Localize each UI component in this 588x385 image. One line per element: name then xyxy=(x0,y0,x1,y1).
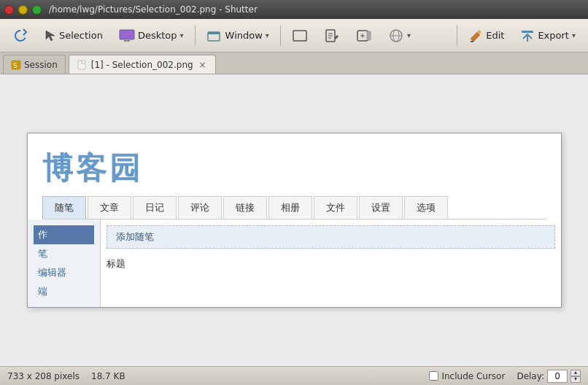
blog-nav-item[interactable]: 文件 xyxy=(314,196,357,219)
blog-sidebar-item[interactable]: 编辑器 xyxy=(34,263,94,282)
svg-marker-0 xyxy=(46,31,55,41)
edit-doc-icon xyxy=(324,29,340,42)
toolbar: Selection Desktop ▾ Window ▾ xyxy=(0,19,588,52)
delay-input[interactable] xyxy=(547,370,568,383)
window-title: /home/lwg/Pictures/Selection_002.png - S… xyxy=(49,4,258,15)
svg-rect-2 xyxy=(124,40,130,42)
svg-rect-4 xyxy=(208,32,220,34)
blog-main: 添加随笔 标题 xyxy=(101,219,561,307)
edit-button[interactable]: Edit xyxy=(462,25,511,47)
toolbar-separator-2 xyxy=(280,26,281,46)
delay-down-button[interactable]: ▾ xyxy=(570,376,581,383)
session-tab-label: Session xyxy=(24,60,58,70)
desktop-icon xyxy=(119,29,135,42)
refresh-icon xyxy=(12,28,28,44)
export-dropdown-arrow: ▾ xyxy=(572,31,576,39)
export-icon xyxy=(520,28,535,43)
globe-icon xyxy=(388,28,404,44)
delay-container: Delay: ▴ ▾ xyxy=(517,370,581,383)
svg-rect-5 xyxy=(293,31,306,41)
session-icon: S xyxy=(11,60,21,70)
blog-nav-item[interactable]: 评论 xyxy=(178,196,222,219)
close-button[interactable] xyxy=(4,5,14,15)
blog-nav-item[interactable]: 设置 xyxy=(359,196,403,219)
file-icon xyxy=(77,60,87,70)
desktop-label: Desktop xyxy=(138,30,177,41)
edit-icon xyxy=(468,28,483,43)
tabbar: S Session [1] - Selection_002.png × xyxy=(0,52,588,74)
file-tab-label: [1] - Selection_002.png xyxy=(91,60,193,70)
blog-nav-item[interactable]: 链接 xyxy=(223,196,267,219)
blog-nav-item[interactable]: 选项 xyxy=(404,196,448,219)
minimize-button[interactable] xyxy=(18,5,28,15)
statusbar: 733 x 208 pixels 18.7 KB Include Cursor … xyxy=(0,366,588,385)
titlebar: /home/lwg/Pictures/Selection_002.png - S… xyxy=(0,0,588,19)
content-area: 博客园 随笔文章日记评论链接相册文件设置选项 作笔编辑器端 添加随笔 标题 xyxy=(0,74,588,366)
blog-logo: 博客园 xyxy=(42,148,546,189)
window-dropdown-arrow: ▾ xyxy=(266,31,269,39)
icon-btn-2[interactable] xyxy=(317,26,347,46)
blog-sidebar-item[interactable]: 端 xyxy=(34,282,94,301)
edit-label: Edit xyxy=(486,30,504,41)
toolbar-separator-3 xyxy=(457,26,457,46)
icon-btn-3[interactable] xyxy=(349,26,379,46)
blog-sidebar: 作笔编辑器端 xyxy=(28,219,101,307)
delay-spinners: ▴ ▾ xyxy=(570,370,581,383)
desktop-dropdown-arrow: ▾ xyxy=(180,31,184,39)
session-tab[interactable]: S Session xyxy=(3,55,66,74)
blog-title-label: 标题 xyxy=(107,254,555,273)
screenshot-preview: 博客园 随笔文章日记评论链接相册文件设置选项 作笔编辑器端 添加随笔 标题 xyxy=(27,133,562,308)
filesize-label: 18.7 KB xyxy=(91,371,125,381)
selection-label: Selection xyxy=(59,30,103,41)
toolbar-separator-1 xyxy=(195,26,196,46)
maximize-button[interactable] xyxy=(32,5,42,15)
svg-rect-1 xyxy=(120,30,134,39)
dimensions-label: 733 x 208 pixels xyxy=(7,371,80,381)
magnify-icon xyxy=(356,29,372,42)
icon-btn-1[interactable] xyxy=(285,26,314,46)
file-tab-close[interactable]: × xyxy=(198,60,208,70)
blog-nav-item[interactable]: 日记 xyxy=(133,196,177,219)
svg-text:S: S xyxy=(13,62,18,69)
blog-nav: 随笔文章日记评论链接相册文件设置选项 xyxy=(42,196,546,219)
blog-body: 作笔编辑器端 添加随笔 标题 xyxy=(28,219,561,307)
blog-nav-item[interactable]: 文章 xyxy=(88,196,131,219)
cursor-icon xyxy=(45,29,56,42)
window-label: Window xyxy=(225,30,263,41)
svg-rect-13 xyxy=(367,31,371,40)
delay-label: Delay: xyxy=(517,371,544,381)
refresh-button[interactable] xyxy=(6,24,35,47)
blog-header: 博客园 xyxy=(28,133,561,196)
export-label: Export xyxy=(538,30,569,41)
blog-nav-item[interactable]: 相册 xyxy=(268,196,312,219)
file-tab[interactable]: [1] - Selection_002.png × xyxy=(69,55,216,74)
blog-sidebar-item[interactable]: 笔 xyxy=(34,244,94,263)
window-button[interactable]: Window ▾ xyxy=(200,26,276,46)
globe-dropdown-arrow: ▾ xyxy=(407,31,411,39)
globe-button[interactable]: ▾ xyxy=(382,24,417,47)
include-cursor-checkbox[interactable] xyxy=(429,371,438,381)
selection-button[interactable]: Selection xyxy=(38,26,109,46)
desktop-button[interactable]: Desktop ▾ xyxy=(112,26,190,46)
window-icon xyxy=(206,29,223,42)
include-cursor-checkbox-container[interactable]: Include Cursor xyxy=(429,371,505,381)
blog-add-button[interactable]: 添加随笔 xyxy=(107,225,555,249)
blog-sidebar-item[interactable]: 作 xyxy=(34,225,94,244)
export-button[interactable]: Export ▾ xyxy=(514,25,582,47)
screen-icon xyxy=(292,29,308,42)
blog-nav-item[interactable]: 随笔 xyxy=(42,196,86,219)
svg-rect-19 xyxy=(522,31,533,33)
include-cursor-label: Include Cursor xyxy=(441,371,505,381)
